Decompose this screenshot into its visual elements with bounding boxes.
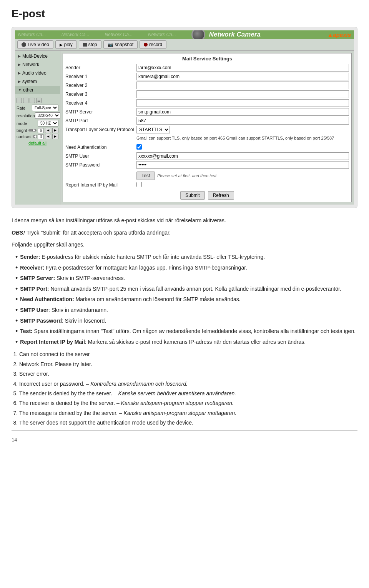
list-item: Need Authentication: Markera om användar… — [15, 295, 357, 304]
camera-icon — [191, 30, 205, 39]
live-video-button[interactable]: Live Video — [17, 40, 53, 49]
smtp-port-input[interactable] — [136, 117, 349, 125]
bright-increase-button[interactable]: ► — [52, 128, 58, 133]
smtp-user-input[interactable] — [136, 152, 349, 160]
checkbox-4[interactable]: ☰ — [36, 98, 42, 103]
arrow-icon: ▶ — [18, 71, 21, 75]
smtp-server-input[interactable] — [136, 108, 349, 116]
test-row: Test Please set at first, and then test. — [65, 170, 349, 180]
receiver1-input[interactable] — [136, 73, 349, 80]
list-item: The receiver is denied by the the server… — [19, 399, 357, 407]
receiver2-label: Receiver 2 — [65, 83, 136, 88]
list-item: SMTP Port: Normalt används SMTP-port 25 … — [15, 285, 357, 293]
tls-select[interactable]: STARTTLS TLS None — [136, 126, 170, 133]
rate-select[interactable]: Full-Spee — [32, 105, 58, 111]
list-item: The message is denied by the the server.… — [19, 409, 357, 417]
mail-settings-title: Mail Service Settings — [65, 56, 349, 62]
checkbox-1[interactable] — [17, 98, 22, 103]
page-divider — [12, 430, 357, 431]
receiver4-row: Receiver 4 — [65, 99, 349, 107]
numbered-list: Can not connect to the server Network Er… — [19, 350, 357, 427]
sidebar-item-other[interactable]: ▼ other — [15, 86, 60, 94]
test-button[interactable]: Test — [136, 172, 155, 180]
camera-body: ▶ Multi-Device ▶ Network ▶ Audio video ▶… — [15, 51, 354, 205]
obs-label: OBS! — [12, 230, 25, 236]
list-item: SMTP Server: Skriv in SMTP-serveradress. — [15, 274, 357, 283]
contrast-increase-button[interactable]: ► — [52, 134, 58, 139]
mode-control: mode 50 HZ — [17, 120, 58, 127]
list-item: Network Error. Please try later. — [19, 360, 357, 368]
contrast-control: contrast 3 ◄ ► — [17, 134, 58, 139]
arrow-icon: ▶ — [18, 63, 21, 67]
snapshot-icon: 📷 — [108, 42, 113, 47]
sender-input[interactable] — [136, 64, 349, 72]
contrast-slider[interactable] — [33, 135, 37, 138]
receiver2-input[interactable] — [136, 82, 349, 89]
camera-controls: ☰ Rate Full-Spee resolution 320×240 mode — [15, 96, 60, 147]
default-all-button[interactable]: default all — [17, 141, 58, 145]
camera-title: Network Camera — [209, 31, 261, 38]
snapshot-button[interactable]: 📷 snapshot — [103, 40, 138, 49]
rate-control: Rate Full-Spee — [17, 105, 58, 111]
receiver3-input[interactable] — [136, 90, 349, 98]
bright-label: bright — [17, 128, 27, 133]
list-item: SMTP User: Skriv in användarnamn. — [15, 306, 357, 315]
smtp-password-input[interactable] — [136, 161, 349, 169]
bright-decrease-button[interactable]: ◄ — [45, 128, 51, 133]
arrow-icon: ▶ — [18, 80, 21, 83]
resolution-label: resolution — [17, 113, 35, 118]
auth-row: Need Authentication — [65, 143, 349, 151]
apexis-logo: ▲apexis — [327, 32, 351, 38]
smtp-port-row: SMTP Port — [65, 117, 349, 125]
report-ip-row: Report Internet IP by Mail — [65, 181, 349, 189]
smtp-server-row: SMTP Server — [65, 108, 349, 116]
play-icon: ▶ — [60, 43, 63, 47]
sidebar-item-audio-video[interactable]: ▶ Audio video — [15, 69, 60, 77]
record-button[interactable]: record — [140, 40, 166, 49]
stop-icon — [83, 43, 87, 47]
smtp-server-label: SMTP Server — [65, 109, 136, 115]
mode-select[interactable]: 50 HZ — [38, 120, 58, 127]
list-item: Sender: E-postadress för utskick måste h… — [15, 253, 357, 262]
report-ip-checkbox[interactable] — [136, 182, 142, 187]
following-paragraph: Följande uppgifter skall anges. — [12, 241, 357, 249]
contrast-decrease-button[interactable]: ◄ — [45, 134, 51, 139]
page-title: E-post — [12, 8, 357, 20]
receiver2-row: Receiver 2 — [65, 82, 349, 89]
sidebar-item-network[interactable]: ▶ Network — [15, 60, 60, 69]
submit-button[interactable]: Submit — [180, 191, 204, 200]
camera-sidebar: ▶ Multi-Device ▶ Network ▶ Audio video ▶… — [15, 51, 60, 205]
bright-control: bright 6 ◄ ► — [17, 128, 58, 133]
submit-row: Submit Refresh — [65, 191, 349, 200]
camera-toolbar: Live Video ▶ play stop 📷 snapshot record — [15, 39, 354, 51]
sender-label: Sender — [65, 65, 136, 70]
list-item: SMTP Password: Skriv in lösenord. — [15, 317, 357, 325]
sender-row: Sender — [65, 64, 349, 72]
arrow-icon: ▼ — [18, 88, 22, 92]
test-btn-row: Test Please set at first, and then test. — [136, 172, 218, 180]
checkbox-3[interactable] — [30, 98, 35, 103]
intro-paragraph: I denna menyn så kan inställningar utför… — [12, 217, 357, 225]
smtp-password-label: SMTP Password — [65, 162, 136, 168]
sidebar-item-system[interactable]: ▶ system — [15, 77, 60, 86]
refresh-button[interactable]: Refresh — [208, 191, 234, 200]
bright-value: 6 — [38, 128, 44, 133]
mode-label: mode — [17, 121, 27, 126]
stop-button[interactable]: stop — [79, 40, 101, 49]
tls-note-row: Gmail can support TLS, only based on por… — [65, 135, 349, 142]
bright-slider[interactable] — [28, 129, 37, 132]
receiver4-input[interactable] — [136, 99, 349, 107]
play-button[interactable]: ▶ play — [55, 40, 77, 49]
resolution-select[interactable]: 320×240 — [35, 112, 60, 119]
list-item: Report Internet IP by Mail: Markera så s… — [15, 338, 357, 346]
list-item: The server does not support the authenti… — [19, 418, 357, 427]
receiver1-row: Receiver 1 — [65, 73, 349, 80]
smtp-user-label: SMTP User — [65, 153, 136, 159]
sidebar-item-multi-device[interactable]: ▶ Multi-Device — [15, 52, 60, 60]
mail-settings-box: Mail Service Settings Sender Receiver 1 — [63, 53, 352, 202]
tls-note: Gmail can support TLS, only based on por… — [136, 135, 349, 141]
auth-checkbox[interactable] — [136, 144, 142, 150]
contrast-value: 3 — [38, 134, 44, 139]
report-ip-label: Report Internet IP by Mail — [65, 182, 136, 188]
checkbox-2[interactable] — [23, 98, 28, 103]
